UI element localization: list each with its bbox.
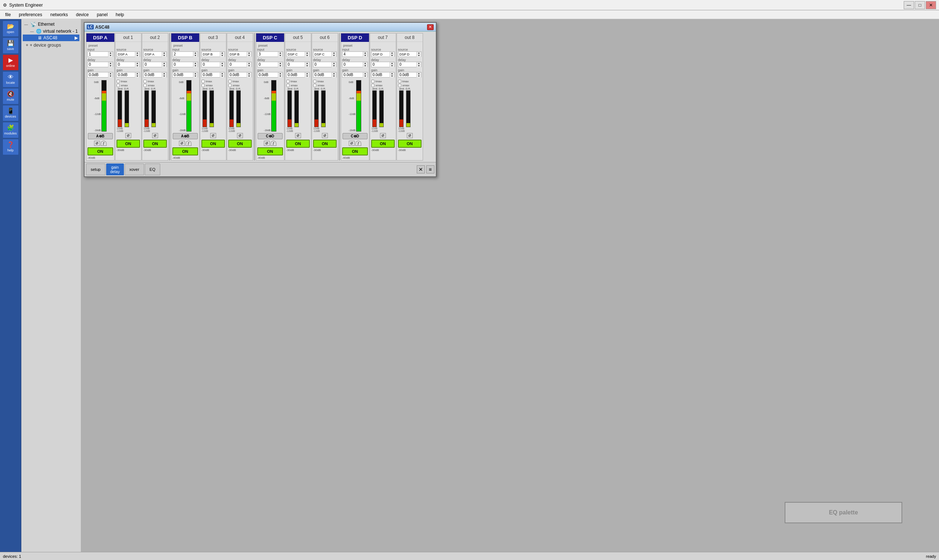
out1-delay-up[interactable]: ▲ (135, 62, 140, 65)
out8-delay-up[interactable]: ▲ (417, 62, 421, 65)
out2-gain-up[interactable]: ▲ (162, 72, 166, 75)
out2-delay-field[interactable]: 0 ▲ ▼ (143, 62, 167, 67)
tool-help[interactable]: ❓ help (3, 139, 19, 155)
asc48-close-button[interactable]: ✕ (427, 24, 434, 30)
out6-phase-button[interactable]: Ø (322, 133, 328, 138)
out1-source-field[interactable]: DSP A ▲ ▼ (117, 51, 140, 57)
out6-xmax-check[interactable] (313, 84, 316, 87)
out5-delay-field[interactable]: 0 ▲ ▼ (286, 62, 310, 67)
dsp-c-hpf-button[interactable]: ƒ (271, 141, 276, 146)
dsp-b-input-field[interactable]: 2 ▲ ▼ (172, 51, 198, 57)
out8-source-up[interactable]: ▲ (417, 52, 421, 54)
tool-modules[interactable]: 🧩 modules (3, 122, 19, 138)
dsp-a-on-button[interactable]: ON (88, 147, 113, 155)
out1-tmax-check[interactable] (117, 80, 120, 83)
dsp-c-input-field[interactable]: 3 ▲ ▼ (257, 51, 283, 57)
out7-delay-up[interactable]: ▲ (390, 62, 394, 65)
out8-source-field[interactable]: DSP D ▲ ▼ (398, 51, 422, 57)
tree-item-virtual-network[interactable]: — 🌐 virtual network - 1 (23, 28, 79, 35)
close-button[interactable]: ✕ (926, 1, 936, 9)
out4-on-button[interactable]: ON (228, 140, 252, 148)
menu-preferences[interactable]: preferences (15, 10, 46, 19)
out6-source-down[interactable]: ▼ (332, 54, 336, 57)
dsp-d-input-down[interactable]: ▼ (363, 54, 368, 57)
dsp-a-input-down[interactable]: ▼ (108, 54, 113, 57)
out5-on-button[interactable]: ON (286, 140, 310, 148)
out4-gain-up[interactable]: ▲ (247, 72, 251, 75)
out5-gain-field[interactable]: 0.0dB ▲ ▼ (286, 72, 310, 77)
out7-phase-button[interactable]: Ø (380, 133, 386, 138)
dsp-a-phase-button[interactable]: Ø (94, 141, 100, 146)
dsp-b-delay-field[interactable]: 0 ▲ ▼ (172, 62, 198, 67)
tool-devices[interactable]: 📱 devices (3, 105, 19, 121)
dsp-a-gain-down[interactable]: ▼ (108, 75, 113, 77)
dsp-c-gain-field[interactable]: 0.0dB ▲ ▼ (257, 72, 283, 77)
tool-open[interactable]: 📂 open (3, 21, 19, 37)
out7-gain-field[interactable]: 0.0dB ▲ ▼ (371, 72, 395, 77)
dsp-c-gain-down[interactable]: ▼ (278, 75, 283, 77)
out4-gain-down[interactable]: ▼ (247, 75, 251, 77)
dsp-d-hpf-button[interactable]: ƒ (356, 141, 361, 146)
out6-gain-field[interactable]: 0.0dB ▲ ▼ (313, 72, 337, 77)
dsp-d-gain-down[interactable]: ▼ (363, 75, 368, 77)
out6-source-up[interactable]: ▲ (332, 52, 336, 54)
out1-source-down[interactable]: ▼ (135, 54, 140, 57)
menu-help[interactable]: help (112, 10, 128, 19)
dsp-c-input-down[interactable]: ▼ (278, 54, 283, 57)
out2-tmax-check[interactable] (143, 80, 147, 83)
dsp-d-delay-field[interactable]: 0 ▲ ▼ (342, 62, 368, 67)
out4-source-down[interactable]: ▼ (247, 54, 251, 57)
out6-source-field[interactable]: DSP C ▲ ▼ (313, 51, 337, 57)
dsp-c-input-up[interactable]: ▲ (278, 52, 283, 54)
dsp-b-on-button[interactable]: ON (172, 147, 198, 155)
dsp-c-delay-down[interactable]: ▼ (278, 65, 283, 67)
menu-icon[interactable]: ≡ (426, 165, 434, 174)
dsp-b-delay-down[interactable]: ▼ (193, 65, 198, 67)
out2-source-field[interactable]: DSP A ▲ ▼ (143, 51, 167, 57)
out6-delay-field[interactable]: 0 ▲ ▼ (313, 62, 337, 67)
dsp-d-phase-button[interactable]: Ø (349, 141, 355, 146)
out6-tmax-check[interactable] (313, 80, 316, 83)
out7-source-field[interactable]: DSP D ▲ ▼ (371, 51, 395, 57)
out8-gain-field[interactable]: 0.0dB ▲ ▼ (398, 72, 422, 77)
out3-tmax-check[interactable] (202, 80, 205, 83)
out6-delay-down[interactable]: ▼ (332, 65, 336, 67)
out2-gain-down[interactable]: ▼ (162, 75, 166, 77)
menu-device[interactable]: device (72, 10, 92, 19)
out4-source-up[interactable]: ▲ (247, 52, 251, 54)
out7-on-button[interactable]: ON (371, 140, 395, 148)
dsp-b-ab-button[interactable]: A⊕B (173, 133, 198, 139)
out7-xmax-check[interactable] (371, 84, 374, 87)
out2-on-button[interactable]: ON (143, 140, 167, 148)
out3-on-button[interactable]: ON (202, 140, 225, 148)
out4-delay-field[interactable]: 0 ▲ ▼ (228, 62, 252, 67)
out8-delay-down[interactable]: ▼ (417, 65, 421, 67)
dsp-d-delay-up[interactable]: ▲ (363, 62, 368, 65)
out4-xmax-check[interactable] (228, 84, 231, 87)
out5-delay-up[interactable]: ▲ (305, 62, 309, 65)
out3-source-field[interactable]: DSP B ▲ ▼ (202, 51, 225, 57)
out6-gain-down[interactable]: ▼ (332, 75, 336, 77)
out1-source-up[interactable]: ▲ (135, 52, 140, 54)
out2-gain-field[interactable]: 0.0dB ▲ ▼ (143, 72, 167, 77)
dsp-c-on-button[interactable]: ON (257, 147, 283, 155)
dsp-a-input-up[interactable]: ▲ (108, 52, 113, 54)
out8-delay-field[interactable]: 0 ▲ ▼ (398, 62, 422, 67)
out3-xmax-check[interactable] (202, 84, 205, 87)
dsp-c-phase-button[interactable]: Ø (264, 141, 270, 146)
dsp-d-cd-button[interactable]: C⊕D (343, 133, 368, 139)
menu-networks[interactable]: networks (47, 10, 72, 19)
out6-delay-up[interactable]: ▲ (332, 62, 336, 65)
out4-phase-button[interactable]: Ø (237, 133, 243, 138)
out3-source-up[interactable]: ▲ (220, 52, 225, 54)
tree-item-ethernet[interactable]: — 📡 Ethernet (23, 21, 79, 28)
out4-source-field[interactable]: DSP B ▲ ▼ (228, 51, 252, 57)
out2-source-up[interactable]: ▲ (162, 52, 166, 54)
out8-gain-down[interactable]: ▼ (417, 75, 421, 77)
out3-delay-field[interactable]: 0 ▲ ▼ (202, 62, 225, 67)
out2-phase-button[interactable]: Ø (152, 133, 158, 138)
dsp-a-gain-field[interactable]: 0.0dB ▲ ▼ (88, 72, 113, 77)
out1-delay-down[interactable]: ▼ (135, 65, 140, 67)
out5-phase-button[interactable]: Ø (295, 133, 301, 138)
out8-xmax-check[interactable] (398, 84, 401, 87)
